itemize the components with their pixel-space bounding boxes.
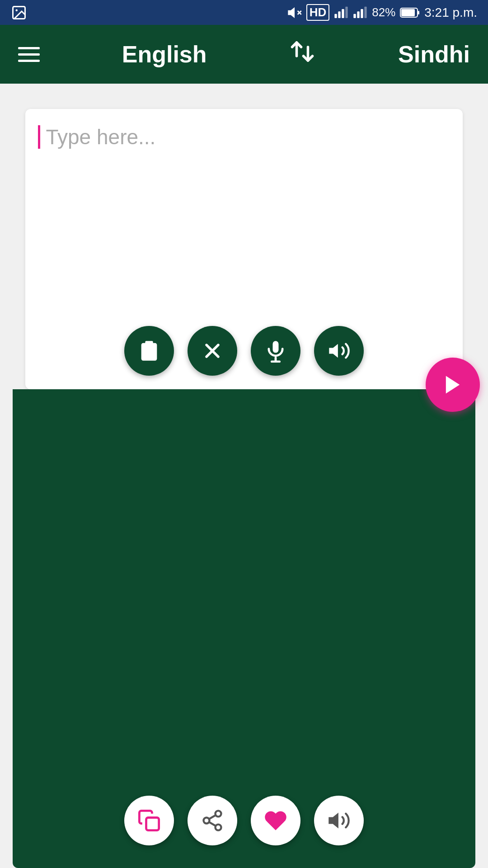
mute-icon xyxy=(287,5,302,20)
input-placeholder: Type here... xyxy=(46,125,155,149)
svg-marker-2 xyxy=(288,8,294,17)
menu-line-3 xyxy=(18,60,40,62)
status-right-icons: HD 82% 3:21 p.m. xyxy=(287,4,477,21)
microphone-button[interactable] xyxy=(251,326,300,376)
svg-rect-10 xyxy=(357,11,360,18)
svg-rect-18 xyxy=(145,341,153,345)
output-share-icon xyxy=(201,809,224,832)
svg-point-28 xyxy=(204,818,210,824)
text-cursor xyxy=(38,125,40,149)
svg-rect-5 xyxy=(335,14,337,18)
status-left-icons xyxy=(11,0,27,25)
output-speaker-icon xyxy=(327,809,351,832)
swap-languages-button[interactable] xyxy=(289,38,316,71)
output-action-buttons xyxy=(124,796,364,845)
image-icon xyxy=(11,5,27,21)
input-speaker-icon xyxy=(327,339,351,363)
swap-icon xyxy=(289,38,316,65)
output-copy-button[interactable] xyxy=(124,796,174,845)
clear-button[interactable] xyxy=(188,326,237,376)
microphone-icon xyxy=(264,339,287,363)
menu-line-1 xyxy=(18,47,40,49)
output-heart-icon xyxy=(264,809,287,832)
source-language[interactable]: English xyxy=(122,41,207,68)
input-speaker-button[interactable] xyxy=(314,326,364,376)
svg-marker-24 xyxy=(329,344,338,358)
svg-marker-32 xyxy=(329,814,338,827)
svg-rect-14 xyxy=(401,9,415,16)
svg-rect-6 xyxy=(338,11,341,18)
signal-icon-2 xyxy=(353,5,367,20)
app-header: English Sindhi xyxy=(0,25,488,84)
clipboard-button[interactable] xyxy=(124,326,174,376)
signal-icon-1 xyxy=(334,5,348,20)
clipboard-icon xyxy=(137,339,161,363)
menu-button[interactable] xyxy=(18,47,40,62)
battery-percent: 82% xyxy=(372,5,395,19)
svg-rect-8 xyxy=(346,6,348,18)
input-wrapper: Type here... xyxy=(38,123,450,151)
input-section: Type here... xyxy=(25,109,463,389)
send-icon xyxy=(441,373,465,396)
svg-rect-12 xyxy=(365,6,367,18)
svg-rect-21 xyxy=(273,341,279,353)
output-share-button[interactable] xyxy=(188,796,237,845)
svg-rect-15 xyxy=(418,11,419,14)
svg-marker-25 xyxy=(446,376,460,394)
output-section xyxy=(13,389,475,868)
menu-line-2 xyxy=(18,53,40,56)
input-container: Type here... xyxy=(13,96,475,389)
clear-icon xyxy=(201,339,224,363)
svg-rect-7 xyxy=(342,9,344,18)
status-bar: HD 82% 3:21 p.m. xyxy=(0,0,488,25)
hd-badge: HD xyxy=(306,4,330,21)
svg-rect-9 xyxy=(354,14,356,18)
battery-icon xyxy=(400,6,420,19)
output-favorite-button[interactable] xyxy=(251,796,300,845)
status-time: 3:21 p.m. xyxy=(424,5,477,20)
svg-rect-11 xyxy=(361,9,363,18)
svg-rect-26 xyxy=(146,818,159,830)
target-language[interactable]: Sindhi xyxy=(398,41,470,68)
svg-point-29 xyxy=(216,825,221,830)
output-copy-icon xyxy=(137,809,161,832)
output-speaker-button[interactable] xyxy=(314,796,364,845)
input-action-buttons xyxy=(124,326,364,376)
svg-line-30 xyxy=(209,822,216,826)
send-button[interactable] xyxy=(426,358,480,412)
svg-point-1 xyxy=(16,9,18,11)
svg-line-31 xyxy=(209,815,216,819)
svg-point-27 xyxy=(216,811,221,816)
